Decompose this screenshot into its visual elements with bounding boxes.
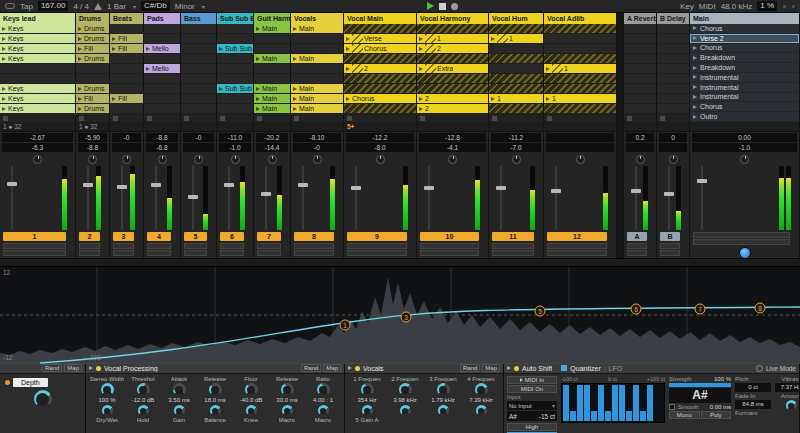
vibrato-rate[interactable]: 7.37 Hz	[775, 383, 799, 392]
volume-display[interactable]: -12.8	[419, 133, 486, 142]
clip[interactable]: Keys	[0, 84, 75, 94]
empty-clip-slot[interactable]	[76, 74, 109, 84]
live-mode-toggle[interactable]	[756, 365, 763, 372]
track-activator-button[interactable]: 5	[184, 232, 207, 241]
arm-button[interactable]	[220, 250, 244, 256]
macro-knob[interactable]	[34, 390, 52, 408]
volume-display[interactable]: -11.2	[491, 133, 541, 142]
clip[interactable]: Drums	[76, 24, 109, 34]
quantizer-display[interactable]	[561, 383, 665, 423]
peak-display[interactable]: -6.8	[146, 143, 178, 152]
clip-launch-icon[interactable]	[146, 47, 150, 51]
eq-band-handle[interactable]: 1	[340, 320, 351, 331]
clip-launch-icon[interactable]	[346, 37, 350, 41]
clip-launch-icon[interactable]	[112, 37, 116, 41]
striped-slot[interactable]	[544, 74, 616, 84]
tap-tempo-button[interactable]: Tap	[20, 2, 33, 11]
fader-handle[interactable]	[117, 185, 127, 189]
empty-clip-slot[interactable]	[181, 24, 216, 34]
strength-value[interactable]: 100 %	[714, 376, 731, 382]
track-header[interactable]: Beats	[110, 13, 143, 24]
volume-display[interactable]: -0	[112, 133, 141, 142]
band-button-high[interactable]: High	[507, 423, 557, 431]
macro-knob[interactable]	[246, 405, 257, 416]
empty-clip-slot[interactable]	[181, 34, 216, 44]
scene-row[interactable]: Outro	[690, 112, 799, 122]
macro-knob[interactable]	[475, 383, 488, 396]
empty-clip-slot[interactable]	[181, 84, 216, 94]
clip-launch-icon[interactable]	[256, 107, 260, 111]
peak-display[interactable]	[183, 143, 214, 152]
track-header[interactable]: Vocal Adlib	[544, 13, 616, 24]
map-button[interactable]: Map	[64, 364, 82, 372]
clip[interactable]: Fill	[76, 44, 109, 54]
volume-display[interactable]: -20.2	[256, 133, 288, 142]
metronome-icon[interactable]	[94, 3, 102, 10]
macro-knob[interactable]	[318, 405, 329, 416]
solo-button[interactable]	[347, 243, 407, 249]
peak-display[interactable]: -8.8	[78, 143, 107, 152]
rand-button[interactable]: Rand	[460, 364, 480, 372]
clip-stop-button[interactable]	[79, 116, 84, 121]
clip-launch-icon[interactable]	[146, 67, 150, 71]
empty-clip-slot[interactable]	[657, 104, 689, 114]
clip-launch-icon[interactable]	[419, 47, 423, 51]
fader-handle[interactable]	[664, 192, 674, 196]
striped-slot[interactable]	[544, 84, 616, 94]
empty-clip-slot[interactable]	[144, 104, 180, 114]
empty-clip-slot[interactable]	[254, 44, 290, 54]
clip-launch-icon[interactable]	[419, 37, 423, 41]
track-header[interactable]: A Reverb	[624, 13, 656, 24]
fader-handle[interactable]	[83, 183, 93, 187]
track-header[interactable]: Main	[690, 13, 799, 24]
pan-knob[interactable]	[313, 155, 322, 164]
macro-knob[interactable]	[362, 405, 373, 416]
clip-stop-button[interactable]	[347, 116, 352, 121]
empty-clip-slot[interactable]	[657, 64, 689, 74]
clip[interactable]: Mello	[144, 44, 180, 54]
smooth-checkbox[interactable]	[669, 404, 675, 410]
clip-stop-button[interactable]	[220, 116, 225, 121]
clip[interactable]: Chorus	[344, 94, 416, 104]
track-header[interactable]: Bass	[181, 13, 216, 24]
macro-knob[interactable]	[102, 405, 113, 416]
clip[interactable]: Sub Sub Ba	[217, 44, 253, 54]
macro-knob[interactable]	[281, 383, 294, 396]
macro-knob[interactable]	[245, 383, 258, 396]
clip-launch-icon[interactable]	[78, 57, 82, 61]
scene-launch-icon[interactable]	[693, 26, 697, 30]
clip-launch-icon[interactable]	[293, 107, 297, 111]
clip-launch-icon[interactable]	[2, 57, 6, 61]
empty-clip-slot[interactable]	[544, 44, 616, 54]
striped-slot[interactable]	[417, 54, 488, 64]
empty-clip-slot[interactable]	[110, 104, 143, 114]
device-collapse-icon[interactable]	[348, 366, 352, 370]
clip-launch-icon[interactable]	[491, 97, 495, 101]
empty-clip-slot[interactable]	[110, 84, 143, 94]
clip-launch-icon[interactable]	[546, 97, 550, 101]
empty-clip-slot[interactable]	[181, 104, 216, 114]
solo-button[interactable]	[420, 243, 479, 249]
volume-display[interactable]: -0	[183, 133, 214, 142]
clip-launch-icon[interactable]	[346, 67, 350, 71]
solo-button[interactable]	[184, 243, 207, 249]
striped-slot[interactable]	[344, 104, 416, 114]
arm-button[interactable]	[347, 250, 407, 256]
vocals-rack-header[interactable]: Vocals Rand Map	[345, 363, 503, 374]
empty-clip-slot[interactable]	[144, 54, 180, 64]
empty-clip-slot[interactable]	[217, 104, 253, 114]
device-collapse-icon[interactable]	[89, 366, 93, 370]
clip[interactable]: Drums	[76, 104, 109, 114]
track-activator-button[interactable]: 12	[547, 232, 607, 241]
device-on-led[interactable]	[514, 366, 519, 371]
striped-slot[interactable]	[544, 24, 616, 34]
empty-clip-slot[interactable]	[624, 74, 656, 84]
empty-clip-slot[interactable]	[624, 84, 656, 94]
clip[interactable]: Keys	[0, 24, 75, 34]
scale-mode-selector[interactable]: Minor	[175, 2, 195, 11]
striped-slot[interactable]	[344, 54, 416, 64]
volume-display[interactable]: -8.8	[146, 133, 178, 142]
clip[interactable]: 2	[417, 104, 488, 114]
play-button[interactable]	[427, 2, 434, 10]
scene-row[interactable]: Instrumental	[690, 83, 799, 93]
